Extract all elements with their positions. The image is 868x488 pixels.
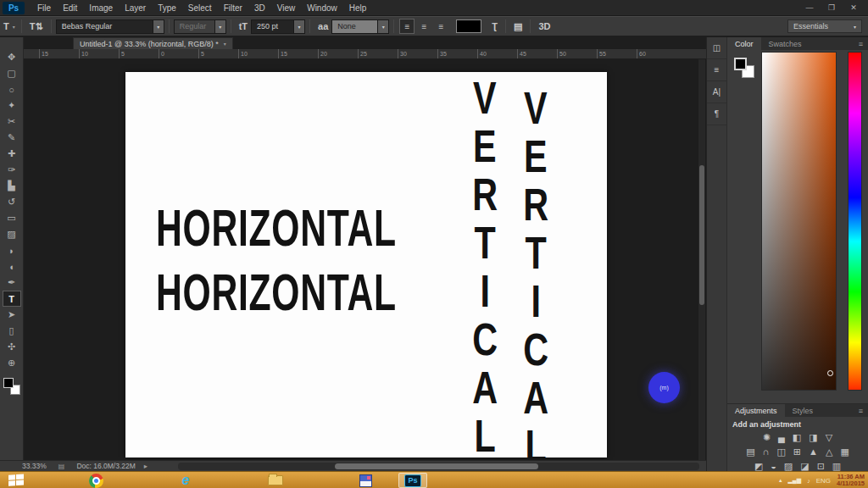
horizontal-scrollbar[interactable]	[178, 463, 699, 470]
restore-button[interactable]: ❐	[821, 2, 843, 14]
tool-preset-caret-icon[interactable]: ▾	[13, 24, 17, 30]
vertical-text-layer-2[interactable]: V E R T I C A L	[514, 84, 558, 458]
quick-selection-tool[interactable]: ✦	[3, 97, 21, 114]
taskbar-internet-explorer[interactable]: e	[171, 473, 200, 488]
tab-adjustments[interactable]: Adjustments	[727, 404, 785, 417]
vertical-scrollbar-thumb[interactable]	[699, 165, 704, 305]
eraser-tool[interactable]: ▭	[3, 210, 21, 226]
menu-3d[interactable]: 3D	[248, 0, 271, 16]
warp-text-icon[interactable]: Ʈ	[488, 21, 501, 31]
document-tab[interactable]: Untitled-1 @ 33.3% (horizontal, RGB/8) *…	[73, 37, 233, 49]
vertical-scrollbar[interactable]	[698, 59, 705, 460]
taskbar-chrome[interactable]	[81, 473, 110, 488]
levels-icon[interactable]: ▄	[778, 431, 785, 444]
eyedropper-tool[interactable]: ✎	[3, 130, 21, 146]
color-balance-icon[interactable]: ∩	[763, 446, 770, 458]
chevron-down-icon[interactable]: ▾	[377, 20, 388, 33]
foreground-color-swatch[interactable]	[734, 58, 747, 70]
posterize-icon[interactable]: ▦	[840, 446, 849, 458]
dodge-tool[interactable]: ◖	[3, 258, 21, 274]
crop-tool[interactable]: ✂	[3, 114, 21, 130]
menu-select[interactable]: Select	[182, 0, 218, 16]
hue-slider[interactable]	[848, 52, 862, 391]
paragraph-panel-icon[interactable]: ¶	[707, 103, 726, 125]
zoom-tool[interactable]: ⊕	[3, 355, 21, 371]
black-white-icon[interactable]: ◫	[776, 446, 785, 458]
tab-color[interactable]: Color	[727, 37, 761, 50]
chevron-down-icon[interactable]: ▾	[224, 41, 226, 47]
hue-saturation-icon[interactable]: ▤	[746, 446, 754, 458]
text-orientation-icon[interactable]: T⇅	[26, 21, 47, 32]
menu-layer[interactable]: Layer	[119, 0, 152, 16]
menu-image[interactable]: Image	[83, 0, 119, 16]
character-panel-icon[interactable]: A|	[707, 81, 726, 103]
chevron-down-icon[interactable]: ▾	[293, 20, 304, 33]
menu-file[interactable]: File	[31, 0, 57, 16]
rectangular-marquee-tool[interactable]: ▢	[3, 65, 21, 81]
volume-icon[interactable]: ♪	[807, 478, 810, 484]
text-color-swatch[interactable]	[456, 19, 481, 33]
menu-edit[interactable]: Edit	[57, 0, 83, 16]
minimize-button[interactable]: —	[798, 2, 821, 14]
document-canvas[interactable]: HORIZONTAL HORIZONTAL V E R T I C A L V …	[125, 72, 607, 458]
chevron-down-icon[interactable]: ▾	[153, 20, 164, 33]
properties-panel-icon[interactable]: ≡	[707, 59, 726, 81]
gradient-tool[interactable]: ▨	[3, 226, 21, 242]
exposure-icon[interactable]: ◨	[809, 431, 817, 444]
close-button[interactable]: ✕	[843, 2, 865, 14]
font-family-select[interactable]: Bebas Regular ▾	[56, 19, 164, 34]
color-panel-swatches[interactable]	[732, 56, 756, 80]
photo-filter-icon[interactable]: ⊞	[793, 446, 801, 458]
clock[interactable]: 11:36 AM 4/11/2015	[837, 474, 865, 487]
brush-tool[interactable]: ✑	[3, 162, 21, 178]
curves-icon[interactable]: ◧	[793, 431, 801, 444]
foreground-background-swatches[interactable]	[3, 378, 20, 395]
vertical-text-layer-1[interactable]: V E R T I C A L	[463, 74, 507, 458]
menu-window[interactable]: Window	[301, 0, 343, 16]
move-tool[interactable]: ✥	[3, 49, 21, 65]
panel-menu-icon[interactable]: ≡	[854, 404, 868, 417]
zoom-level[interactable]: 33.33%	[22, 462, 47, 470]
workspace-switcher[interactable]: Essentials ▾	[787, 19, 862, 33]
panel-menu-icon[interactable]: ≡	[854, 37, 868, 50]
toggle-panels-icon[interactable]: ▤	[510, 21, 526, 32]
horizontal-type-tool[interactable]: T	[3, 291, 21, 307]
hand-tool[interactable]: ✣	[3, 339, 21, 355]
menu-help[interactable]: Help	[343, 0, 373, 16]
horizontal-scrollbar-thumb[interactable]	[335, 463, 538, 469]
history-panel-icon[interactable]: ◫	[707, 37, 726, 59]
taskbar-file-explorer[interactable]	[261, 473, 290, 488]
anti-alias-select[interactable]: None ▾	[331, 19, 389, 34]
pen-tool[interactable]: ✒	[3, 274, 21, 291]
status-expand-icon[interactable]: ▸	[144, 462, 147, 470]
language-indicator[interactable]: ENG	[816, 477, 831, 485]
menu-type[interactable]: Type	[152, 0, 182, 16]
blur-tool[interactable]: ◗	[3, 242, 21, 258]
menu-filter[interactable]: Filter	[218, 0, 248, 16]
network-icon[interactable]: ▂▄▆	[787, 477, 801, 484]
tab-styles[interactable]: Styles	[785, 404, 821, 417]
show-hidden-icons-icon[interactable]: ▴	[779, 477, 782, 484]
foreground-color-swatch[interactable]	[3, 378, 14, 388]
chevron-down-icon[interactable]: ▾	[214, 20, 225, 33]
menu-view[interactable]: View	[271, 0, 302, 16]
color-picker-marker[interactable]	[827, 370, 833, 376]
font-style-select[interactable]: Regular ▾	[174, 19, 226, 34]
rectangle-tool[interactable]: ▯	[3, 323, 21, 339]
align-left-button[interactable]: ≡	[399, 19, 415, 34]
saturation-brightness-field[interactable]	[761, 52, 837, 391]
align-right-button[interactable]: ≡	[433, 19, 448, 34]
vibrance-icon[interactable]: ▽	[826, 431, 832, 444]
history-brush-tool[interactable]: ↺	[3, 194, 21, 210]
spot-healing-brush-tool[interactable]: ✚	[3, 146, 21, 162]
horizontal-text-layer[interactable]: HORIZONTAL HORIZONTAL	[156, 196, 397, 324]
path-selection-tool[interactable]: ➤	[3, 307, 21, 323]
color-lookup-icon[interactable]: △	[826, 446, 832, 458]
font-size-select[interactable]: 250 pt ▾	[251, 19, 305, 34]
clone-stamp-tool[interactable]: ▙	[3, 178, 21, 194]
3d-icon[interactable]: 3D	[535, 21, 554, 31]
taskbar-media-app[interactable]	[351, 473, 380, 488]
tab-swatches[interactable]: Swatches	[761, 37, 810, 50]
brightness-contrast-icon[interactable]: ✺	[763, 431, 771, 444]
align-center-button[interactable]: ≡	[416, 19, 431, 34]
